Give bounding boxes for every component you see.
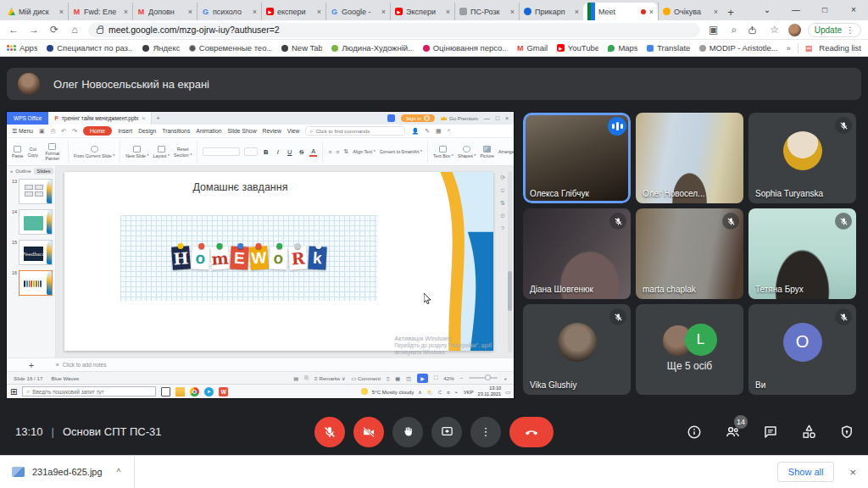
text-box-button[interactable]: Text Box * <box>433 146 453 158</box>
bookmark-gmail[interactable]: MGmail <box>517 43 548 53</box>
bookmark-item[interactable]: Людина-Художній... <box>331 43 414 53</box>
participant-tile[interactable]: Sophia Turyanska <box>748 113 856 203</box>
wps-minimize-button[interactable]: — <box>484 115 490 121</box>
remarks-button[interactable]: ≡ Remarks ∨ <box>314 375 345 381</box>
ribbon-tab-home[interactable]: Home <box>83 126 112 136</box>
tab-google-search-1[interactable]: Gпсихоло× <box>197 3 261 20</box>
home-icon[interactable]: ⌂ <box>68 24 81 36</box>
weather-text[interactable]: 5°C Mostly cloudy <box>372 389 415 395</box>
format-painter-button[interactable]: Format Painter <box>42 143 63 161</box>
tab-close-icon[interactable]: × <box>59 8 64 16</box>
taskbar-search[interactable]: ⌕ <box>22 386 156 396</box>
overflow-participants-tile[interactable]: L Ще 5 осіб <box>636 304 743 395</box>
tab-meet-active[interactable]: Meet× <box>583 3 658 20</box>
start-button[interactable]: ⊞ <box>10 387 17 396</box>
new-slide-button[interactable]: New Slide * <box>125 146 148 158</box>
participant-tile[interactable]: marta chaplak <box>636 208 743 299</box>
ribbon-tab-review[interactable]: Review <box>263 128 281 134</box>
ribbon-tab-transitions[interactable]: Transitions <box>162 128 190 134</box>
layout-button[interactable]: Layout * <box>153 146 170 158</box>
ribbon-tab-insert[interactable]: Insert <box>118 128 132 134</box>
ribbon-tab-slideshow[interactable]: Slide Show <box>228 128 257 134</box>
tab-close-icon[interactable]: × <box>317 8 321 16</box>
close-window-button[interactable]: × <box>839 0 868 20</box>
self-tile[interactable]: O Ви <box>748 304 856 395</box>
bookmark-item[interactable]: MODIP - Aristotle... <box>699 43 777 53</box>
wps-close-button[interactable]: × <box>505 115 509 121</box>
smartart-button[interactable]: Convert to SmartArt * <box>380 149 422 154</box>
bookmark-item[interactable]: Современные тео... <box>189 43 272 53</box>
spellcheck-icon[interactable]: ▤ <box>293 375 298 381</box>
wps-taskbar-icon[interactable]: W <box>219 387 228 396</box>
edit-mode-icon[interactable]: ✎ <box>425 128 430 135</box>
close-downloads-bar-icon[interactable]: × <box>849 466 856 479</box>
participant-tile[interactable]: Vika Glushiy <box>523 304 631 395</box>
tab-gmail-fwd[interactable]: MFwd: Еле× <box>68 3 132 20</box>
wps-maximize-button[interactable]: □ <box>496 115 499 121</box>
ribbon-tab-design[interactable]: Design <box>138 128 156 134</box>
panel-tab-outline[interactable]: Outline <box>15 169 31 174</box>
zoom-level[interactable]: 42% <box>443 375 453 381</box>
slide-thumbnail-14[interactable] <box>19 209 53 235</box>
mic-toggle-button[interactable] <box>314 417 345 447</box>
history-tool-icon[interactable]: ⊙ <box>500 213 505 219</box>
zoom-in-button[interactable]: + <box>504 375 507 381</box>
chat-button[interactable] <box>761 423 780 441</box>
share-icon[interactable] <box>748 25 761 35</box>
bookmark-item[interactable]: Специалист по раз... <box>47 43 133 53</box>
section-button[interactable]: ResetSection * <box>174 147 192 158</box>
doc-tab-close-icon[interactable]: × <box>142 115 146 121</box>
tab-close-icon[interactable]: × <box>510 8 515 16</box>
underline-button[interactable]: U <box>286 148 293 156</box>
zoom-out-button[interactable]: − <box>460 375 464 381</box>
ribbon-tab-animation[interactable]: Animation <box>196 128 221 134</box>
help-tool-icon[interactable]: ? <box>500 225 505 231</box>
meeting-details-button[interactable] <box>685 423 704 441</box>
address-bar[interactable]: meet.google.com/mzg-ojrw-iuy?authuser=2 <box>88 23 700 37</box>
wps-sign-in-button[interactable]: Sign in <box>401 114 435 122</box>
ribbon-tab-view[interactable]: View <box>287 128 300 134</box>
add-slide-button[interactable]: + <box>7 360 56 370</box>
bookmark-translate[interactable]: Translate <box>647 43 690 53</box>
notification-center-icon[interactable]: ▭ <box>505 389 510 395</box>
download-options-icon[interactable]: ^ <box>117 468 121 477</box>
download-item[interactable]: 231a9ed-625.jpg ^ <box>12 456 135 488</box>
bookmark-maps[interactable]: Maps <box>608 43 637 53</box>
forward-icon[interactable]: → <box>27 24 41 36</box>
current-slide[interactable]: Домашнє завдання H o m E W o R k <box>64 172 493 351</box>
star-tool-icon[interactable]: ✩ <box>500 187 505 194</box>
slide-thumbnail-15[interactable]: Feedback <box>19 240 53 265</box>
maximize-button[interactable]: □ <box>810 0 839 20</box>
go-premium-button[interactable]: Go Premium <box>441 116 478 121</box>
bookmark-star-icon[interactable]: ☆ <box>768 24 782 36</box>
bookmark-youtube[interactable]: ▶YouTube <box>557 43 599 53</box>
activities-button[interactable] <box>799 423 818 441</box>
chrome-menu-icon[interactable]: ⋮ <box>846 25 854 35</box>
bookmark-apps[interactable]: Apps <box>7 43 37 53</box>
tab-close-icon[interactable]: × <box>446 8 450 16</box>
align-text-button[interactable]: Align Text * <box>353 149 375 154</box>
align-left-icon[interactable]: ≡ <box>328 149 331 155</box>
taskbar-clock[interactable]: 13:10 23.11.2021 <box>478 385 502 396</box>
tab-search-icon[interactable]: ⌄ <box>753 0 782 20</box>
notification-icon[interactable] <box>387 114 395 122</box>
layout-panels-icon[interactable]: ▦ <box>436 128 442 135</box>
tab-prykarp[interactable]: Прикарп× <box>519 3 583 20</box>
tab-drive[interactable]: Мій диск× <box>3 3 68 20</box>
font-color-button[interactable]: A <box>309 147 317 157</box>
tab-close-icon[interactable]: × <box>381 8 386 16</box>
wps-office-button[interactable]: WPS Office <box>7 112 48 125</box>
sorter-view-icon[interactable]: ▦ <box>395 375 400 381</box>
panel-tab-slides[interactable]: Slides <box>34 168 54 175</box>
account-icon[interactable]: 👤 <box>411 128 419 135</box>
file-explorer-icon[interactable] <box>175 387 185 396</box>
telegram-icon[interactable]: ▸ <box>204 387 214 396</box>
find-commands-box[interactable]: ⌕ <box>305 126 405 136</box>
zoom-page-icon[interactable]: ⌕ <box>727 24 741 36</box>
chrome-update-button[interactable]: Update ⋮ <box>808 23 861 37</box>
reading-list-button[interactable]: Reading list <box>819 43 861 53</box>
comment-button[interactable]: ▭ Comment <box>351 375 380 381</box>
participant-tile[interactable]: Олекса Глібчук <box>523 113 631 203</box>
participant-tile[interactable]: Олег Новосел... <box>636 113 743 203</box>
tab-close-icon[interactable]: × <box>253 8 257 16</box>
